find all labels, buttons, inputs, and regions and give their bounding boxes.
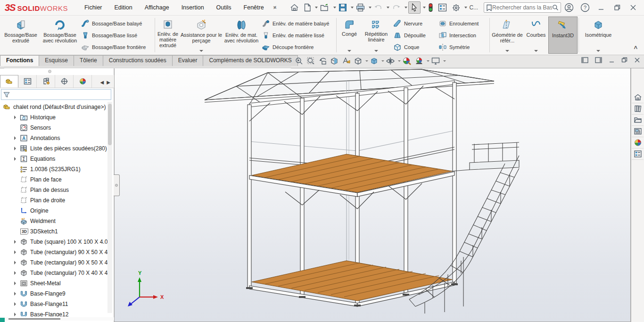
properties-button[interactable] [437, 2, 448, 13]
expand-arrow-icon[interactable] [14, 250, 16, 254]
boundary-boss-button[interactable]: Bossage/Base frontière [81, 41, 152, 53]
options-gear-button[interactable] [450, 2, 462, 13]
redo-button[interactable] [390, 2, 402, 13]
tree-item-historique[interactable]: Historique [0, 112, 107, 123]
menu-affichage[interactable]: Affichage [139, 0, 175, 16]
search-input[interactable] [492, 4, 552, 11]
apply-scene-button[interactable] [414, 57, 424, 66]
tree-item-base-flange9[interactable]: Base-Flange9 [0, 289, 107, 299]
fillet-button[interactable]: Congé [338, 17, 361, 54]
expand-arrow-icon[interactable] [14, 261, 16, 264]
close-button[interactable] [625, 1, 641, 14]
tab-esquisse[interactable]: Esquisse [39, 55, 74, 66]
search-icon[interactable] [552, 4, 559, 11]
save-button[interactable] [337, 2, 348, 13]
tab-constructions-soudees[interactable]: Constructions soudées [103, 55, 173, 66]
hide-show-items-button[interactable] [386, 57, 395, 66]
expand-arrow-icon[interactable] [14, 292, 16, 296]
instant3d-button[interactable]: Instant3D [548, 17, 578, 54]
apply-scene-dropdown[interactable] [427, 60, 429, 62]
tab-dimxpert[interactable] [55, 75, 74, 88]
expand-arrow-icon[interactable] [14, 136, 16, 140]
view-orientation-button[interactable] [354, 57, 363, 66]
tab-display-manager[interactable] [74, 75, 92, 88]
select-tool-button[interactable] [408, 1, 421, 14]
tree-item-tube-rect-90-a[interactable]: Tube (rectangular) 90 X 50 X 4.0(2 [0, 247, 107, 257]
revolved-cut-button[interactable]: Enlèv. de mat. avec révolution [223, 17, 260, 54]
hide-show-dropdown[interactable] [398, 60, 401, 62]
expand-arrow-icon[interactable] [14, 313, 16, 316]
panel-resize-handle[interactable] [48, 70, 51, 73]
doc-minimize-icon[interactable] [609, 57, 615, 63]
tree-item-base-flange11[interactable]: Base-Flange11 [0, 299, 107, 309]
tree-tabs-scroll-right[interactable]: ▶ [107, 80, 110, 85]
minimize-button[interactable] [593, 1, 609, 14]
tree-item-equations[interactable]: Σ Equations [0, 154, 107, 164]
dynamic-annotation-button[interactable] [342, 57, 351, 66]
lofted-cut-button[interactable]: Enlèv. de matière lissé [262, 29, 333, 41]
menu-edition[interactable]: Edition [108, 0, 139, 16]
extruded-cut-button[interactable]: Enlèv. de matière extrudé [156, 17, 180, 54]
task-pane-file-explorer-button[interactable] [632, 115, 644, 126]
task-pane-custom-properties-button[interactable] [632, 149, 644, 160]
isometric-view-button[interactable]: Isométrique [580, 17, 617, 54]
hole-wizard-button[interactable]: Assistance pour le perçage [180, 17, 223, 54]
tree-item-base-flange12[interactable]: Base-Flange12 [0, 309, 107, 316]
draft-button[interactable]: Dépouille [393, 29, 435, 41]
tree-horizontal-scrollbar[interactable] [0, 317, 114, 321]
tree-item-origine[interactable]: Origine [0, 206, 107, 216]
rebuild-trafficlight-icon[interactable] [427, 2, 435, 13]
previous-document-icon[interactable] [581, 57, 588, 63]
view-orientation-dropdown[interactable] [365, 60, 368, 62]
lofted-boss-button[interactable]: Bossage/Base lissé [81, 29, 152, 41]
tab-property-manager[interactable] [18, 75, 37, 88]
tab-feature-tree[interactable] [0, 75, 18, 88]
new-document-button[interactable] [302, 2, 313, 13]
new-document-dropdown[interactable] [315, 7, 318, 8]
tree-item-tube-rect-90-b[interactable]: Tube (rectangular) 90 X 50 X 4.0(2 [0, 257, 107, 268]
next-document-icon[interactable] [595, 57, 602, 63]
tree-vscroll-thumb[interactable] [108, 104, 112, 145]
swept-boss-button[interactable]: Bossage/Base balayé [81, 17, 152, 29]
tree-item-sheet-metal[interactable]: Sheet-Metal [0, 278, 107, 289]
feature-panel-collapse-tab[interactable] [114, 174, 120, 196]
boundary-cut-button[interactable]: Découpe frontière [262, 41, 333, 53]
reference-geometry-dropdown[interactable] [505, 50, 509, 52]
tree-item-tube-square-100[interactable]: Tube (square) 100 X 100 X 4.0(32) [0, 237, 107, 247]
extruded-boss-button[interactable]: Bossage/Base extrudé [1, 17, 41, 54]
display-style-dropdown[interactable] [381, 60, 384, 62]
wrap-button[interactable]: Enroulement [438, 17, 487, 29]
expand-arrow-icon[interactable] [14, 157, 16, 161]
doc-close-icon[interactable] [634, 57, 640, 63]
shell-button[interactable]: Coque [393, 41, 435, 53]
tree-filter-field[interactable] [1, 89, 111, 100]
expand-arrow-icon[interactable] [14, 302, 16, 306]
zoom-to-fit-button[interactable] [295, 57, 304, 66]
expand-arrow-icon[interactable] [14, 147, 16, 150]
open-button[interactable] [319, 2, 331, 13]
menu-fichier[interactable]: Fichier [78, 0, 108, 16]
open-dropdown[interactable] [333, 7, 336, 8]
linear-pattern-button[interactable]: Répétition linéaire [361, 17, 391, 54]
tree-item-weldment[interactable]: Weldment [0, 216, 107, 226]
previous-view-button[interactable] [318, 57, 327, 66]
tree-item-plan-de-dessus[interactable]: Plan de dessus [0, 185, 107, 195]
undo-button[interactable] [372, 2, 384, 13]
edit-appearance-button[interactable] [402, 57, 412, 66]
tree-item-plan-de-face[interactable]: Plan de face [0, 174, 107, 185]
pin-icon[interactable]: ✦ [270, 3, 279, 12]
display-style-button[interactable] [370, 57, 379, 66]
expand-arrow-icon[interactable] [14, 240, 16, 244]
tab-tolerie[interactable]: Tôlerie [74, 55, 103, 66]
tree-hscroll-thumb[interactable] [8, 318, 60, 320]
tree-item-tube-rect-70[interactable]: Tube (rectangular) 70 X 40 X 4.0(3 [0, 268, 107, 278]
zoom-to-area-button[interactable] [306, 57, 315, 66]
curves-dropdown[interactable] [534, 50, 538, 52]
expand-arrow-icon[interactable] [14, 116, 16, 119]
tree-item-material[interactable]: 1.0036 (S235JRG1) [0, 164, 107, 174]
tab-complements[interactable]: Compléments de SOLIDWORKS [203, 55, 297, 66]
options-dropdown[interactable] [464, 7, 467, 8]
curves-button[interactable]: Courbes [524, 17, 548, 54]
isometric-dropdown[interactable] [596, 50, 600, 52]
menu-outils[interactable]: Outils [210, 0, 238, 16]
